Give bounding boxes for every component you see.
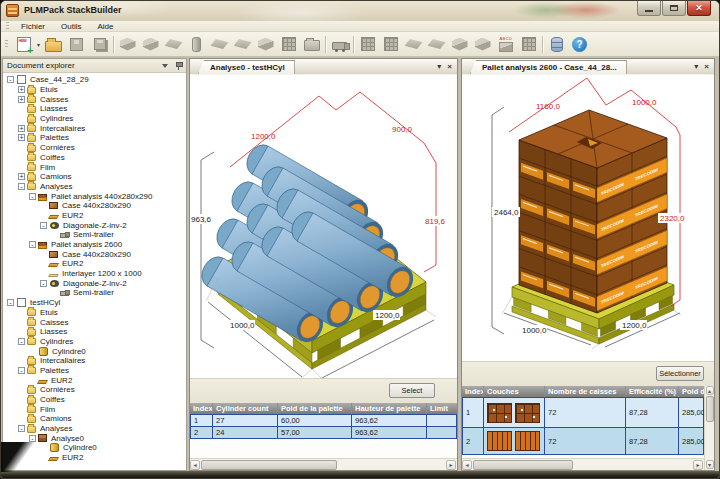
menu-aide[interactable]: Aide <box>89 21 121 32</box>
title-bar[interactable]: PLMPack StackBuilder ✕ <box>1 1 719 21</box>
tree-expander-icon[interactable]: + <box>18 96 25 103</box>
toolbar-new-cylinder-button[interactable] <box>185 34 208 55</box>
tree-expander-icon[interactable]: - <box>40 222 47 229</box>
tree-item[interactable]: -Pallet analysis 2600 <box>3 240 186 250</box>
pin-icon[interactable] <box>175 62 182 70</box>
tree-expander-icon[interactable]: - <box>18 183 25 190</box>
maximize-button[interactable] <box>662 1 686 16</box>
selectionner-button[interactable]: Sélectionner <box>656 366 704 381</box>
toolbar-abcd-analysis-button[interactable] <box>494 34 517 55</box>
close-button[interactable]: ✕ <box>687 1 711 16</box>
tree-item[interactable]: Semi-trailer <box>3 288 186 298</box>
scroll-left-icon[interactable]: ◂ <box>462 460 472 470</box>
tree-item[interactable]: -Analyses <box>3 182 186 192</box>
toolbar-case-analysis-button[interactable] <box>379 34 402 55</box>
tree-expander-icon[interactable]: - <box>18 338 25 345</box>
tree-item[interactable]: Cylindres <box>3 114 186 124</box>
tree-expander-icon[interactable]: - <box>29 241 36 248</box>
tree-item[interactable]: Cornières <box>3 385 186 395</box>
tree-item[interactable]: Case 440x280x290 <box>3 249 186 259</box>
tree-item[interactable]: +Caisses <box>3 94 186 104</box>
scroll-right-icon[interactable]: ▸ <box>446 460 456 470</box>
toolbar-new-case-button[interactable] <box>116 34 139 55</box>
tree-expander-icon[interactable]: - <box>29 435 36 442</box>
toolbar-pallet-analysis-button[interactable] <box>356 34 379 55</box>
right-vertical-scrollbar[interactable]: ▴ ▾ <box>704 386 714 470</box>
tree-item[interactable]: -Cylindres <box>3 337 186 347</box>
toolbar-optim-analysis-button[interactable] <box>471 34 494 55</box>
toolbar-save-all-button[interactable] <box>88 34 111 55</box>
new-dropdown-icon[interactable]: ▾ <box>35 34 42 55</box>
tree-item[interactable]: Cylindre0 <box>3 346 186 356</box>
tree-item[interactable]: Caisses <box>3 317 186 327</box>
tree-item[interactable]: EUR2 <box>3 453 186 463</box>
tree-expander-icon[interactable]: - <box>40 280 47 287</box>
tree-item[interactable]: Liasses <box>3 104 186 114</box>
tree-item[interactable]: EUR2 <box>3 259 186 269</box>
tree-item[interactable]: Film <box>3 162 186 172</box>
left-horizontal-scrollbar[interactable]: ◂ ▸ <box>190 458 457 470</box>
right-window-close-icon[interactable]: × <box>704 62 709 71</box>
toolbar-new-pallet-cap-button[interactable] <box>277 34 300 55</box>
scrollbar-thumb[interactable] <box>706 396 714 422</box>
toolbar-new-pallet-film-button[interactable] <box>300 34 323 55</box>
toolbar-cylinder-analysis-button[interactable] <box>425 34 448 55</box>
toolbar-open-button[interactable] <box>42 34 65 55</box>
tree-item[interactable]: Liasses <box>3 327 186 337</box>
tree-expander-icon[interactable]: - <box>7 76 14 83</box>
toolbar-stack-analysis-button[interactable] <box>448 34 471 55</box>
toolbar-new-truck-button[interactable] <box>328 34 351 55</box>
scroll-right-icon[interactable]: ▸ <box>693 460 703 470</box>
menu-fichier[interactable]: Fichier <box>13 21 53 32</box>
tab-analyse0-testhcyl[interactable]: Analyse0 - testHCyl <box>198 60 295 74</box>
toolbar-new-button[interactable] <box>12 34 35 55</box>
tree-item[interactable]: Cornières <box>3 143 186 153</box>
right-horizontal-scrollbar[interactable]: ◂ ▸ <box>462 458 704 470</box>
toolbar-save-button[interactable] <box>65 34 88 55</box>
tree-item[interactable]: -Case_44_28_29 <box>3 75 186 85</box>
tree-item[interactable]: EUR2 <box>3 375 186 385</box>
tree-item[interactable]: Cylindre0 <box>3 443 186 453</box>
tree-item[interactable]: Interlayer 1200 x 1000 <box>3 269 186 279</box>
scrollbar-thumb[interactable] <box>201 460 337 470</box>
tree-item[interactable]: Coiffes <box>3 395 186 405</box>
scroll-left-icon[interactable]: ◂ <box>190 460 200 470</box>
case-pallet-3d-view[interactable]: TRECODIMTRECODIM TRECODIMTRECODIM TRECOD… <box>462 75 714 361</box>
tab-pallet-analysis-2600[interactable]: Pallet analysis 2600 - Case_44_28... <box>470 60 627 74</box>
tree-item[interactable]: +Intercallaires <box>3 123 186 133</box>
tree-item[interactable]: Coiffes <box>3 153 186 163</box>
tree-expander-icon[interactable]: + <box>18 134 25 141</box>
right-window-menu-icon[interactable]: ▾ <box>694 62 698 71</box>
tree-expander-icon[interactable]: + <box>18 173 25 180</box>
minimize-button[interactable] <box>637 1 661 16</box>
tree-item[interactable]: Case 440x280x290 <box>3 201 186 211</box>
toolbar-new-interlayer-button[interactable] <box>231 34 254 55</box>
scroll-down-icon[interactable]: ▾ <box>706 460 714 469</box>
tree-item[interactable]: +Etuis <box>3 85 186 95</box>
tree-expander-icon[interactable]: - <box>18 425 25 432</box>
scrollbar-thumb[interactable] <box>473 460 573 470</box>
tree-item[interactable]: Intercallaires <box>3 356 186 366</box>
select-button[interactable]: Select <box>389 383 435 398</box>
scroll-up-icon[interactable]: ▴ <box>706 386 714 395</box>
tree-item[interactable]: -Pallet analysis 440x280x290 <box>3 191 186 201</box>
tree-item[interactable]: +Palettes <box>3 133 186 143</box>
tree-item[interactable]: Film <box>3 404 186 414</box>
toolbar-database-button[interactable] <box>545 34 568 55</box>
tree-item[interactable]: -Analyses <box>3 424 186 434</box>
tree-item[interactable]: Etuis <box>3 308 186 318</box>
chevron-down-icon[interactable] <box>162 64 168 68</box>
tree-item[interactable]: Semi-trailer <box>3 230 186 240</box>
tree-item[interactable]: -Palettes <box>3 366 186 376</box>
left-window-close-icon[interactable]: × <box>447 62 452 71</box>
toolbar-new-pallet-corners-button[interactable] <box>254 34 277 55</box>
table-row[interactable]: 2 24 57,00 963,62 <box>190 426 457 439</box>
tree-item[interactable]: EUR2 <box>3 211 186 221</box>
toolbar-new-pallet-button[interactable] <box>208 34 231 55</box>
tree-expander-icon[interactable]: + <box>18 86 25 93</box>
tree-expander-icon[interactable]: - <box>18 367 25 374</box>
table-row[interactable]: 2 72 87,28 285,00 <box>462 427 704 455</box>
tree-expander-icon[interactable]: + <box>18 125 25 132</box>
left-window-menu-icon[interactable]: ▾ <box>437 62 441 71</box>
tree-item[interactable]: -Analyse0 <box>3 433 186 443</box>
